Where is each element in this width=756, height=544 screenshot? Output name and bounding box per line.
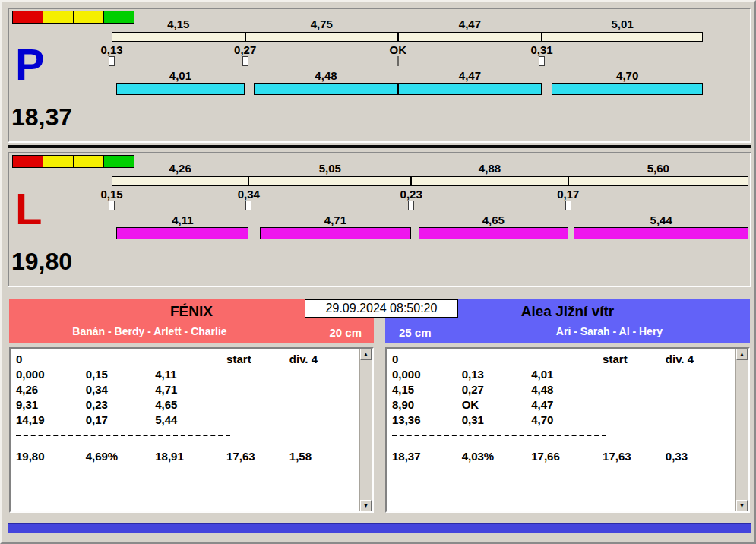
change-time-value: 0,34 — [238, 188, 260, 200]
status-light-1 — [12, 155, 43, 168]
table-cell: 0,27 — [462, 383, 532, 398]
lane-p-total-time: 18,37 — [11, 103, 72, 131]
table-cell — [666, 398, 732, 413]
right-team-subheader: Ari - Sarah - Al - Hery 25 cm — [385, 325, 750, 340]
table-cell: 0 — [392, 353, 462, 368]
left-team-subheader: Banán - Berdy - Arlett - Charlie 20 cm — [9, 325, 374, 340]
row-run-labels: 4,114,714,655,44 — [112, 214, 750, 226]
right-jump-height-badge: 25 cm — [399, 326, 432, 339]
table-cell — [666, 383, 732, 398]
lane-divider — [8, 145, 751, 148]
split-time-value: 4,26 — [169, 163, 191, 174]
lane-l-label: L — [15, 187, 42, 231]
split-time-value: 5,60 — [647, 163, 669, 174]
row-markers — [112, 201, 750, 211]
table-row: 0,0000,134,01 — [392, 368, 732, 383]
table-cell: OK — [462, 398, 532, 413]
scroll-down-button[interactable]: ▼ — [736, 500, 748, 511]
run-time-bar — [398, 83, 542, 95]
scroll-down-button[interactable]: ▼ — [360, 500, 372, 511]
table-cell: 18,37 — [392, 450, 462, 465]
split-time-bar — [112, 32, 245, 42]
table-row: 0startdiv. 4 — [16, 353, 356, 368]
lane-panel-l: L 4,265,054,885,600,150,340,230,174,114,… — [8, 152, 751, 287]
lane-l-timeline: 4,265,054,885,600,150,340,230,174,114,71… — [112, 163, 750, 245]
status-light-2 — [43, 11, 74, 24]
table-cell: 13,36 — [392, 413, 462, 429]
left-team-members: Banán - Berdy - Arlett - Charlie — [9, 325, 374, 337]
table-cell — [86, 353, 156, 368]
table-cell: 0,15 — [86, 368, 156, 383]
change-ok-tick — [397, 56, 398, 66]
run-time-bar — [260, 227, 411, 239]
scroll-up-button[interactable]: ▲ — [360, 349, 372, 360]
row-run-labels: 4,014,484,474,70 — [112, 70, 750, 82]
scroll-up-button[interactable]: ▲ — [736, 349, 748, 360]
split-time-value: 4,15 — [167, 18, 189, 30]
table-cell: 5,44 — [155, 413, 226, 429]
left-table-scrollbar[interactable]: ▲ ▼ — [359, 349, 372, 511]
table-cell: 9,31 — [16, 398, 86, 413]
table-cell: 0,000 — [16, 368, 86, 383]
table-cell — [226, 368, 289, 383]
arrow-down-icon: ▼ — [737, 501, 747, 511]
right-table-scrollbar[interactable]: ▲ ▼ — [735, 349, 748, 511]
table-cell: 0,23 — [86, 398, 156, 413]
table-cell — [226, 413, 289, 429]
run-time-bar — [116, 227, 248, 239]
row-cream — [112, 176, 750, 186]
left-jump-height-badge: 20 cm — [329, 326, 362, 339]
table-cell: 4,26 — [16, 383, 86, 398]
row-markers — [112, 56, 750, 67]
row-change-labels: 0,150,340,230,17 — [112, 188, 750, 200]
row-split-labels: 4,265,054,885,60 — [112, 163, 750, 175]
table-cell — [226, 398, 289, 413]
run-time-value: 4,01 — [169, 70, 191, 81]
split-time-value: 5,01 — [612, 18, 634, 30]
run-time-bar — [419, 227, 568, 239]
split-time-value: 5,05 — [319, 163, 341, 174]
change-marker-box — [109, 201, 115, 210]
table-cell — [289, 398, 356, 413]
change-time-value: 0,15 — [100, 188, 122, 200]
change-time-value: 0,23 — [400, 188, 422, 200]
table-cell: 19,80 — [16, 450, 86, 465]
split-time-value: 4,88 — [479, 163, 501, 174]
table-row: 19,804,69%18,9117,631,58 — [16, 450, 356, 465]
row-split-labels: 4,154,754,475,01 — [112, 18, 750, 30]
table-cell — [289, 383, 356, 398]
datetime-display: 29.09.2024 08:50:20 — [305, 299, 458, 318]
table-cell: 4,71 — [155, 383, 226, 398]
change-time-value: OK — [390, 44, 407, 55]
change-marker-box — [242, 56, 248, 66]
row-cream — [112, 32, 750, 42]
split-time-bar — [568, 176, 748, 186]
table-cell: 18,91 — [155, 450, 226, 465]
run-time-value: 4,48 — [315, 70, 337, 81]
table-cell: start — [603, 353, 666, 368]
change-time-value: 0,27 — [234, 44, 256, 55]
change-time-value: 0,13 — [100, 44, 122, 55]
table-row: 4,260,344,71 — [16, 383, 356, 398]
lane-panel-p: P 4,154,754,475,010,130,27OK0,314,014,48… — [8, 8, 751, 143]
table-cell: 0,17 — [86, 413, 156, 429]
change-marker-box — [539, 56, 545, 66]
table-cell: 4,65 — [155, 398, 226, 413]
status-light-1 — [12, 11, 43, 24]
arrow-down-icon: ▼ — [361, 501, 371, 511]
table-row: 0startdiv. 4 — [392, 353, 732, 368]
split-time-value: 4,47 — [459, 18, 481, 30]
lane-l-total-time: 19,80 — [11, 248, 72, 276]
status-light-3 — [73, 155, 104, 168]
table-cell: div. 4 — [666, 353, 732, 368]
table-cell: start — [226, 353, 289, 368]
table-cell: 0,33 — [666, 450, 732, 465]
table-cell: 4,11 — [155, 368, 226, 383]
run-time-value: 4,47 — [459, 70, 481, 81]
row-run-bars — [112, 227, 750, 239]
table-cell: 0,34 — [86, 383, 156, 398]
table-cell: 4,47 — [531, 398, 603, 413]
table-cell: 17,63 — [603, 450, 666, 465]
split-time-bar — [411, 176, 568, 186]
lane-p-label: P — [15, 43, 45, 87]
